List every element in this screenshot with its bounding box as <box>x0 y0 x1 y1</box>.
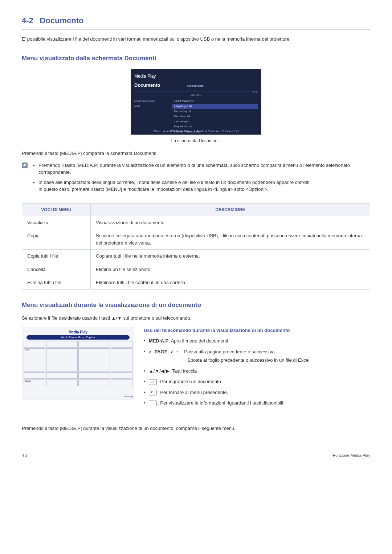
file-item: monsetup.txt <box>172 119 258 124</box>
remote-item-page: ∧ PAGE ∨ : Passa alla pagina precedente … <box>144 348 310 364</box>
remote-item-arrows: ▲/▼/◀/▶: Tasti freccia <box>144 368 310 375</box>
s2-subtitle: Media Play — Movie, Caption <box>26 335 130 340</box>
section-header: 4-2 Documento <box>22 15 370 30</box>
file-item: Mediaplay.txt <box>172 109 258 114</box>
closing-paragraph: Premendo il tasto [MEDIA.P] durante la v… <box>22 425 370 432</box>
info-icon <box>149 401 157 406</box>
mp-footer-hints: Rimozi. sicura USB Media.P Menu ▼ Sposta… <box>131 130 261 134</box>
note-item: In base alle impostazioni della lingua c… <box>38 179 370 193</box>
cell: Eliminare tutti i file contenuti in una … <box>91 276 370 290</box>
page-down-caret: ∨ : <box>168 349 179 354</box>
source-internal: Memoria interna <box>134 99 169 103</box>
table-head-desc: DESCRIZIONE <box>91 203 370 216</box>
remote-item-back: : Per tornare al menu precedente. <box>144 389 310 396</box>
menu-table: VOCI DI MENU DESCRIZIONE VisualizzaVisua… <box>22 203 370 290</box>
subheading-2: Menu visualizzati durante la visualizzaz… <box>22 300 370 310</box>
table-row: CancellaElimina un file selezionato. <box>22 263 370 276</box>
mp-size: 22.0 MB <box>134 93 258 97</box>
text-enter: : Per ingrandire un documento <box>158 379 221 384</box>
remote-item-enter: : Per ingrandire un documento <box>144 378 310 385</box>
table-row: CopiaSe viene collegata una memoria este… <box>22 229 370 250</box>
text-info: : Per visualizzare le informazioni rigua… <box>158 400 283 406</box>
source-usb: USB <box>134 104 169 108</box>
page-footer: 4-2 Funzione Media Play <box>22 450 370 459</box>
text-page: Passa alla pagina precedente o successiv… <box>184 349 274 354</box>
paragraph-select: Selezionare il file desiderato usando i … <box>22 315 370 322</box>
text-back: : Per tornare al menu precedente. <box>158 390 228 395</box>
table-row: Elimina tutti i fileEliminare tutti i fi… <box>22 276 370 290</box>
back-icon <box>149 390 157 395</box>
footer-right: Funzione Media Play <box>333 452 370 459</box>
intro-paragraph: E' possibile visualizzare i file dei doc… <box>22 36 370 43</box>
mp-path: /Documents <box>187 84 204 87</box>
note-item: Premendo il tasto [MEDIA.P] durante la v… <box>38 162 370 176</box>
mp-app-title: Media Play <box>134 73 258 79</box>
note-box: Premendo il tasto [MEDIA.P] durante la v… <box>22 162 370 196</box>
screenshot-1-caption: La schermata Documenti. <box>22 138 370 144</box>
note-list: Premendo il tasto [MEDIA.P] durante la v… <box>32 162 370 196</box>
note-icon <box>22 163 28 168</box>
cell: Copia <box>22 229 91 250</box>
cell: Se viene collegata una memoria esterna (… <box>91 229 370 250</box>
s2-title: Media Play <box>24 329 132 335</box>
mp-section-title: Documento /Documents <box>134 82 258 91</box>
section-title: Documento <box>40 16 83 25</box>
cell: Visualizzazione di un documento. <box>91 216 370 229</box>
viewing-row: Media Play Media Play — Movie, Caption M… <box>22 327 370 410</box>
text-mediap: : Apre il menu dei documenti <box>168 338 228 344</box>
remote-item-mediap: MEDIA.P: Apre il menu dei documenti <box>144 337 310 345</box>
cell: Copiare tutti i file nella memoria inter… <box>91 250 370 263</box>
file-item: Play Music.txt <box>172 124 258 129</box>
documents-screen-mock: Media Play Documento /Documents 22.0 MB … <box>131 69 261 135</box>
table-row: VisualizzaVisualizzazione di un document… <box>22 216 370 229</box>
cell: Visualizza <box>22 216 91 229</box>
table-row: Copia tutti i fileCopiare tutti i file n… <box>22 250 370 263</box>
file-item: Label Maker.txt <box>172 99 258 104</box>
paragraph-after-shot: Premendo il tasto [MEDIA.P] comparirà la… <box>22 150 370 157</box>
enter-icon <box>149 379 157 385</box>
cell: Elimina un file selezionato. <box>91 263 370 276</box>
remote-item-info: : Per visualizzare le informazioni rigua… <box>144 399 310 407</box>
label-mediap: MEDIA.P <box>149 338 168 344</box>
mp-sources: Memoria interna USB <box>134 99 169 134</box>
remote-usage-block: Uso del telecomando durante la visualizz… <box>144 327 310 410</box>
screenshot-1-container: Media Play Documento /Documents 22.0 MB … <box>22 69 370 135</box>
cell: Elimina tutti i file <box>22 276 91 290</box>
document-view-mock: Media Play Media Play — Movie, Caption M… <box>22 327 134 399</box>
subheading-1: Menu visualizzato dalla schermata Docume… <box>22 54 370 63</box>
cell: Copia tutti i file <box>22 250 91 263</box>
text-page-sub: Sposta al foglio precedente o successivo… <box>187 357 310 364</box>
table-head-menu: VOCI DI MENU <box>22 203 91 216</box>
label-page: PAGE <box>155 349 168 354</box>
remote-heading: Uso del telecomando durante la visualizz… <box>144 327 310 334</box>
cell: Cancella <box>22 263 91 276</box>
footer-left: 4-2 <box>22 452 28 459</box>
page-up-caret: ∧ <box>149 349 155 354</box>
mp-file-list: Label Maker.txt Languages.txt Mediaplay.… <box>172 99 258 134</box>
mp-page: 2/2 <box>253 90 257 95</box>
file-item-selected: Languages.txt <box>172 104 258 109</box>
section-number: 4-2 <box>22 16 33 25</box>
s2-corner: samsung <box>124 395 132 398</box>
file-item: Menutree.txt <box>172 114 258 119</box>
s2-grid: Movie Caption <box>24 341 132 386</box>
mp-section-label: Documento <box>134 82 160 88</box>
